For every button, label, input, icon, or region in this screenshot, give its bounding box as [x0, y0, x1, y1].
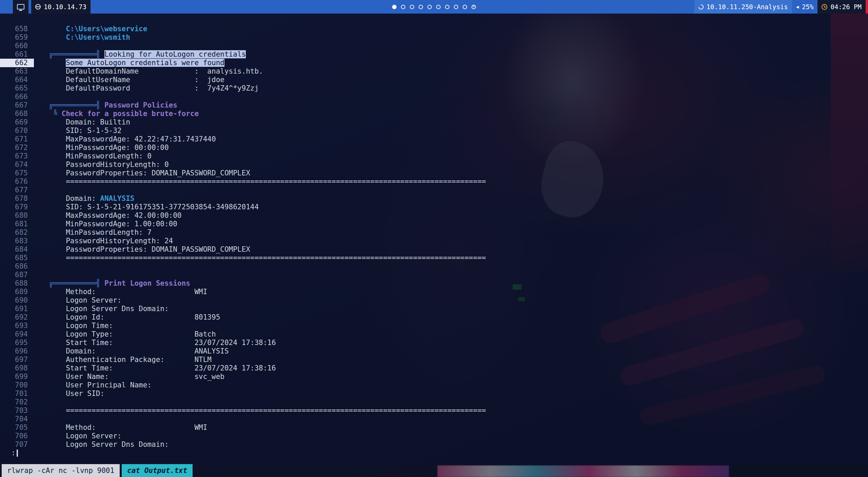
- terminal-line: 674 PasswordHistoryLength: 0: [0, 160, 868, 169]
- terminal-line: 662 Some AutoLogon credentials were foun…: [0, 59, 868, 67]
- line-number: 660: [0, 42, 34, 50]
- terminal-line-text: Logon Server:: [32, 296, 122, 305]
- volume-indicator[interactable]: ◀ 25%: [792, 0, 818, 14]
- target-host-label: 10.10.11.250-Analysis: [707, 3, 788, 11]
- terminal-line: 661 ╔══════════╣ Looking for AutoLogon c…: [0, 50, 868, 59]
- terminal-line: 690 Logon Server:: [0, 296, 868, 305]
- terminal-line: 687: [0, 271, 868, 279]
- terminal-line-text: ╔══════════╣ Looking for AutoLogon crede…: [32, 50, 246, 59]
- line-number: 703: [0, 406, 34, 415]
- terminal-line-text: Logon Time:: [32, 322, 113, 330]
- terminal-line: 683 PasswordHistoryLength: 24: [0, 237, 868, 245]
- terminal-line-text: Start Time: 23/07/2024 17:38:16: [32, 339, 276, 347]
- display-icon: [17, 4, 24, 9]
- line-number: 697: [0, 356, 34, 364]
- terminal-line: 665 DefaultPassword : 7y4Z4^*y9Zzj: [0, 84, 868, 93]
- line-number: 700: [0, 381, 34, 389]
- vpn-ip-indicator[interactable]: 10.10.14.73: [31, 0, 91, 14]
- terminal-line-text: DefaultUserName : jdoe: [32, 76, 224, 84]
- terminal-line-text: PasswordProperties: DOMAIN_PASSWORD_COMP…: [32, 245, 250, 254]
- text-cursor: [17, 450, 18, 457]
- terminal-line: 658 C:\Users\webservice: [0, 25, 868, 33]
- terminal-line-text: MinPasswordLength: 0: [32, 152, 152, 160]
- terminal-line: 695 Start Time: 23/07/2024 17:38:16: [0, 339, 868, 347]
- clock-label: 04:26 PM: [830, 3, 862, 11]
- line-number: 698: [0, 364, 34, 373]
- terminal-line: 677: [0, 186, 868, 194]
- terminal-line-text: ╔══════════╣ Password Policies: [32, 101, 177, 110]
- vpn-ip-label: 10.10.14.73: [44, 3, 86, 11]
- terminal[interactable]: 658 C:\Users\webservice659 C:\Users\wsmi…: [0, 14, 868, 464]
- desktop: 10.10.14.73 10.10.11.250-Analysis ◀ 25% …: [0, 0, 868, 477]
- terminal-line: 700 User Principal Name:: [0, 381, 868, 389]
- terminal-line-text: Domain: ANALYSIS: [32, 347, 229, 356]
- pager-prompt[interactable]: :: [0, 449, 868, 457]
- terminal-line-text: Logon Server Dns Domain:: [32, 440, 169, 449]
- terminal-line: 673 MinPasswordLength: 0: [0, 152, 868, 160]
- terminal-line: 692 Logon Id: 801395: [0, 313, 868, 322]
- terminal-line: 707 Logon Server Dns Domain:: [0, 440, 868, 449]
- workspace-dot[interactable]: [472, 5, 476, 9]
- terminal-line: 667 ╔══════════╣ Password Policies: [0, 101, 868, 110]
- workspace-dot[interactable]: [419, 5, 423, 9]
- tab-active-cat-output[interactable]: cat Output.txt: [122, 464, 193, 477]
- clock[interactable]: 04:26 PM: [817, 0, 866, 14]
- workspace-dot[interactable]: [436, 5, 441, 9]
- workspace-dot[interactable]: [410, 5, 414, 9]
- terminal-line-text: Authentication Package: NTLM: [32, 356, 212, 364]
- line-number: 706: [0, 432, 34, 440]
- line-number: 701: [0, 389, 34, 398]
- line-number: 682: [0, 228, 34, 237]
- target-host-indicator[interactable]: 10.10.11.250-Analysis: [694, 0, 792, 14]
- terminal-line-text: C:\Users\webservice: [32, 25, 147, 33]
- workspace-dot[interactable]: [428, 5, 432, 9]
- terminal-line: 664 DefaultUserName : jdoe: [0, 76, 868, 84]
- terminal-line-text: Logon Type: Batch: [32, 330, 216, 339]
- pager-prompt-colon: :: [11, 449, 16, 457]
- terminal-line-text: ╔══════════╣ Print Logon Sessions: [32, 279, 190, 288]
- line-number: 669: [0, 118, 34, 127]
- terminal-line-text: User SID:: [32, 389, 104, 398]
- terminal-line-text: Some AutoLogon credentials were found: [32, 59, 224, 67]
- terminal-line-text: MinPasswordLength: 7: [32, 228, 152, 237]
- terminal-line-text: MaxPasswordAge: 42.00:00:00: [32, 211, 182, 220]
- line-number: 696: [0, 347, 34, 356]
- terminal-line: 682 MinPasswordLength: 7: [0, 228, 868, 237]
- terminal-line: 693 Logon Time:: [0, 322, 868, 330]
- line-number: 695: [0, 339, 34, 347]
- terminal-line: 704: [0, 415, 868, 423]
- line-number: 667: [0, 101, 34, 110]
- terminal-line: 680 MaxPasswordAge: 42.00:00:00: [0, 211, 868, 220]
- line-number: 686: [0, 262, 34, 271]
- workspace-dot[interactable]: [463, 5, 467, 9]
- line-number: 691: [0, 305, 34, 313]
- terminal-line-text: PasswordHistoryLength: 0: [32, 160, 169, 169]
- terminal-line: 659 C:\Users\wsmith: [0, 33, 868, 42]
- line-number: 664: [0, 76, 34, 84]
- terminal-line-text: User Name: svc_web: [32, 373, 224, 381]
- window-indicator[interactable]: [13, 0, 28, 14]
- line-number: 694: [0, 330, 34, 339]
- clock-icon: [822, 4, 827, 10]
- line-number: 693: [0, 322, 34, 330]
- workspace-dot[interactable]: [392, 5, 397, 9]
- top-bar-right: 10.10.11.250-Analysis ◀ 25% 04:26 PM: [694, 0, 868, 14]
- line-number: 666: [0, 93, 34, 101]
- line-number: 692: [0, 313, 34, 322]
- terminal-line: 660: [0, 42, 868, 50]
- terminal-line-text: PasswordProperties: DOMAIN_PASSWORD_COMP…: [32, 169, 250, 177]
- tab-listener[interactable]: rlwrap -cAr nc -lvnp 9001: [2, 464, 120, 477]
- bar-edge-accent: [866, 0, 868, 14]
- line-number: 683: [0, 237, 34, 245]
- line-number: 699: [0, 373, 34, 381]
- workspace-dot[interactable]: [454, 5, 458, 9]
- line-number: 670: [0, 127, 34, 135]
- line-number: 665: [0, 84, 34, 93]
- top-bar-left: 10.10.14.73: [13, 0, 91, 14]
- terminal-line: 696 Domain: ANALYSIS: [0, 347, 868, 356]
- workspace-dot[interactable]: [401, 5, 406, 9]
- terminal-line-text: PasswordHistoryLength: 24: [32, 237, 173, 245]
- workspace-dot[interactable]: [445, 5, 450, 9]
- terminal-line-text: MinPasswordAge: 00:00:00: [32, 144, 169, 152]
- line-number: 681: [0, 220, 34, 228]
